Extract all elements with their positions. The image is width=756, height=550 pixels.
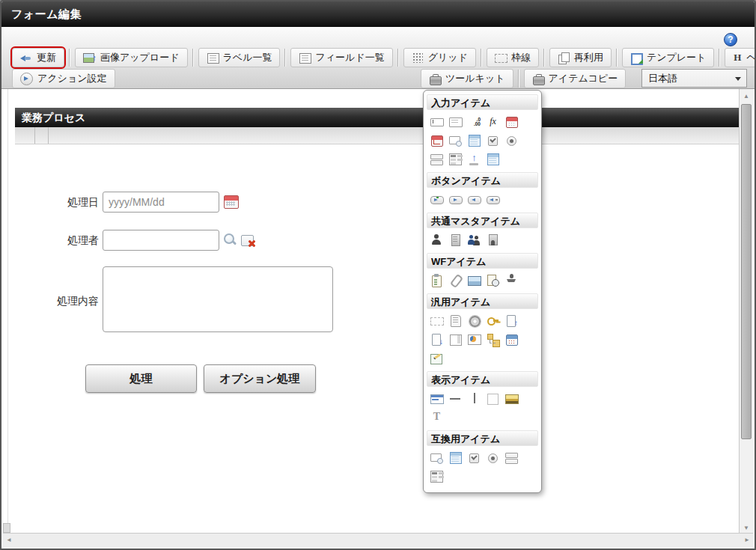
textarea-icon — [449, 115, 462, 128]
palette-section-title: 表示アイテム — [427, 371, 538, 387]
graph-icon[interactable] — [465, 330, 484, 349]
file-upload-icon: ↑ — [505, 314, 518, 327]
organization-icon — [449, 233, 462, 246]
panel-icon[interactable] — [446, 330, 465, 349]
grid-table-icon[interactable] — [484, 150, 502, 168]
scroll-up-icon[interactable]: ▲ — [740, 91, 753, 103]
process-date-input[interactable] — [103, 192, 219, 213]
header-footer-button-label: ヘッダーとフッター — [746, 51, 756, 64]
wf-image-icon[interactable] — [465, 271, 484, 290]
calendar-icon[interactable] — [502, 330, 521, 349]
reuse-button[interactable]: 再利用 — [549, 48, 612, 67]
toolbar-separator — [284, 49, 286, 67]
search-select-icon[interactable] — [427, 448, 446, 467]
vertical-scrollbar[interactable]: ▲ ▼ — [739, 89, 753, 535]
picture-icon[interactable] — [502, 389, 521, 408]
table-input-icon[interactable] — [446, 448, 465, 467]
back-button-icon[interactable] — [465, 190, 484, 209]
graph-icon — [468, 333, 481, 346]
image-upload-icon — [83, 52, 96, 63]
select-list-icon[interactable] — [427, 467, 446, 486]
upload-icon[interactable]: ↑ — [465, 150, 484, 168]
date-input-icon — [505, 115, 518, 128]
horizontal-scrollbar[interactable]: ◄ ► — [3, 533, 753, 547]
select-list-icon[interactable] — [446, 150, 465, 168]
palette-icon-grid — [427, 447, 538, 488]
file-download-icon[interactable]: ↓ — [427, 330, 446, 349]
listbox-icon[interactable] — [427, 150, 446, 168]
history-icon — [487, 274, 499, 287]
period-input-icon[interactable] — [427, 131, 446, 150]
label-item-icon[interactable] — [427, 389, 446, 408]
help-icon[interactable]: ? — [724, 33, 737, 46]
submit-button-icon[interactable] — [427, 190, 446, 209]
radio-button-icon — [505, 134, 518, 147]
user-icon[interactable] — [427, 230, 446, 249]
action-settings-button-label: アクション設定 — [37, 72, 107, 85]
process-button[interactable]: 処理 — [85, 364, 197, 393]
file-upload-icon[interactable]: ↑ — [502, 311, 521, 330]
function-icon: fx — [487, 115, 499, 128]
tree-icon[interactable] — [484, 330, 502, 349]
editor-icon[interactable] — [427, 349, 446, 367]
header-footer-button[interactable]: H ヘッダーとフッター — [725, 48, 756, 67]
grid-button[interactable]: グリッド — [403, 48, 476, 67]
forward-button-icon[interactable] — [446, 190, 465, 209]
item-copy-button[interactable]: アイテムコピー — [524, 69, 627, 88]
label-list-button[interactable]: ラベル一覧 — [198, 48, 281, 67]
organization-icon[interactable] — [446, 230, 465, 249]
clear-selection-icon[interactable] — [241, 234, 255, 247]
radio-button-icon[interactable] — [502, 131, 521, 150]
search-select-icon[interactable] — [446, 131, 465, 150]
number-input-icon[interactable]: .0 .00 — [465, 112, 484, 131]
process-detail-label: 処理内容 — [52, 295, 99, 308]
listbox-icon[interactable] — [502, 448, 521, 467]
palette-section-title: WFアイテム — [427, 253, 538, 269]
label-list-button-label: ラベル一覧 — [223, 51, 272, 64]
vertical-line-icon[interactable] — [465, 389, 484, 408]
function-icon[interactable]: fx — [484, 112, 502, 131]
scroll-right-icon[interactable]: ► — [741, 534, 753, 547]
user-group-icon[interactable] — [465, 230, 484, 249]
workflow-form-icon[interactable] — [427, 271, 446, 290]
option-process-button[interactable]: オプション処理 — [204, 364, 316, 393]
radio-button-icon[interactable] — [484, 448, 502, 467]
checkbox-icon[interactable] — [465, 448, 484, 467]
stamp-icon[interactable] — [502, 271, 521, 290]
date-input-icon[interactable] — [502, 112, 521, 131]
language-select[interactable]: 日本語 — [641, 69, 747, 88]
form-canvas: 業務プロセス 処理日 処理者 処理内容 処理 オプション処理 — [1, 89, 741, 535]
box-icon[interactable] — [484, 389, 502, 408]
process-detail-textarea[interactable] — [103, 266, 333, 332]
company-post-icon[interactable] — [484, 230, 502, 249]
template-button[interactable]: テンプレート — [622, 48, 715, 67]
attachment-icon[interactable] — [446, 271, 465, 290]
toolbar-separator — [69, 49, 70, 67]
search-icon[interactable] — [223, 233, 237, 246]
scroll-left-icon[interactable]: ◄ — [3, 534, 15, 547]
text-input-icon[interactable] — [427, 112, 446, 131]
text-item-icon[interactable]: T — [427, 408, 446, 427]
border-button[interactable]: 枠線 — [487, 48, 539, 67]
vertical-scrollbar-thumb[interactable] — [741, 104, 752, 439]
toolkit-button[interactable]: ツールキット — [421, 69, 513, 88]
return-button-icon[interactable] — [484, 190, 502, 209]
calendar-picker-icon[interactable] — [224, 194, 239, 209]
textarea-icon[interactable] — [446, 112, 465, 131]
hidden-field-icon[interactable] — [427, 311, 446, 330]
palette-section-title: 汎用アイテム — [427, 293, 538, 309]
field-list-button[interactable]: フィールド一覧 — [290, 48, 392, 67]
update-button[interactable]: 更新 — [12, 48, 64, 67]
image-upload-button[interactable]: 画像アップロード — [75, 48, 188, 67]
checkbox-icon[interactable] — [484, 131, 502, 150]
table-input-icon[interactable] — [465, 131, 484, 150]
history-icon[interactable] — [484, 271, 502, 290]
toolbar-separator — [192, 49, 194, 67]
horizontal-line-icon[interactable] — [446, 389, 465, 408]
action-settings-button[interactable]: アクション設定 — [12, 69, 115, 88]
processor-input[interactable] — [103, 230, 219, 251]
item-copy-icon — [532, 74, 544, 84]
key-icon[interactable] — [484, 311, 502, 330]
gear-icon[interactable] — [465, 311, 484, 330]
script-icon[interactable] — [446, 311, 465, 330]
